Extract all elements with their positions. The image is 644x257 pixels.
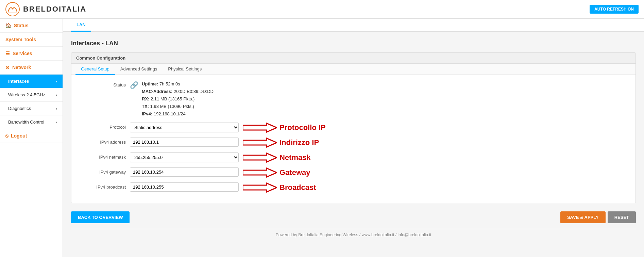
card-header: Common Configuration (71, 53, 635, 64)
mac-value: 20:0D:B0:89:DD:DD (174, 89, 214, 94)
gateway-label: IPv4 gateway (78, 167, 126, 175)
sidebar-label-interfaces: Interfaces (8, 79, 29, 84)
form-row-gateway: IPv4 gateway Gateway (78, 167, 629, 178)
status-label: Status (78, 80, 126, 87)
broadcast-label: IPv4 broadcast (78, 182, 126, 190)
sidebar-item-bandwidth[interactable]: Bandwidth Control › (0, 115, 63, 129)
sidebar-label-services: Services (13, 51, 32, 56)
ipv4-address-value-wrap (130, 138, 239, 147)
sidebar-item-logout[interactable]: ⎋ Logout (0, 129, 63, 143)
sidebar-item-network[interactable]: ⊙ Network (0, 61, 63, 75)
annotation-gateway-label: Gateway (279, 168, 310, 177)
menu-icon: ☰ (5, 51, 10, 56)
ipv4-label: IPv4: (142, 111, 154, 116)
tab-bar: LAN (63, 19, 644, 32)
sidebar: 🏠 Status System Tools ☰ Services ⊙ Netwo… (0, 19, 63, 257)
annotation-broadcast: Broadcast (243, 182, 316, 193)
annotation-ipv4: Indirizzo IP (243, 138, 319, 148)
sidebar-label-diagnostics: Diagnostics (8, 106, 31, 111)
protocol-select[interactable]: Static address (130, 123, 239, 132)
arrow-ipv4-icon (243, 138, 277, 148)
uptime-label: Uptime: (142, 81, 159, 86)
tab-physical-settings[interactable]: Physical Settings (163, 64, 207, 75)
form-area: Status 🔗 Uptime: 7h 52m 0s MAC-Address: … (71, 75, 635, 203)
status-block: 🔗 Uptime: 7h 52m 0s MAC-Address: 20:0D:B… (130, 80, 239, 118)
link-icon: 🔗 (130, 81, 138, 89)
auto-refresh-button[interactable]: AUTO REFRESH ON (590, 5, 639, 14)
sidebar-label-wireless: Wireless 2.4-5GHz (8, 92, 45, 97)
netmask-select[interactable]: 255.255.255.0 (130, 152, 239, 162)
section-title: Interfaces - LAN (71, 37, 636, 47)
svg-marker-3 (243, 138, 277, 147)
chevron-right-icon-3: › (56, 107, 57, 111)
tx-value: 1.98 MB (13096 Pkts.) (150, 104, 194, 109)
network-icon: ⊙ (5, 65, 10, 70)
annotation-netmask-label: Netmask (279, 153, 311, 162)
tab-advanced-settings[interactable]: Advanced Settings (115, 64, 163, 75)
annotation-ipv4-label: Indirizzo IP (279, 138, 319, 147)
uptime-value: 7h 52m 0s (159, 81, 180, 86)
main-layout: 🏠 Status System Tools ☰ Services ⊙ Netwo… (0, 19, 644, 257)
tab-lan[interactable]: LAN (71, 19, 91, 32)
ipv4-address-input[interactable] (130, 138, 239, 147)
arrow-netmask-icon (243, 152, 277, 163)
logout-icon: ⎋ (5, 133, 8, 139)
chevron-right-icon: › (56, 79, 57, 83)
action-buttons: SAVE & APPLY RESET (560, 211, 636, 223)
arrow-protocol-icon (243, 123, 277, 133)
sidebar-item-status[interactable]: 🏠 Status (0, 19, 63, 33)
svg-marker-2 (243, 123, 277, 132)
svg-marker-4 (243, 153, 277, 162)
ipv4-address-label: IPv4 address (78, 138, 126, 145)
protocol-value-wrap: Static address (130, 123, 239, 132)
netmask-value-wrap: 255.255.255.0 (130, 152, 239, 162)
card-body: General Setup Advanced Settings Physical… (71, 64, 635, 203)
annotation-protocol-label: Protocollo IP (279, 123, 326, 132)
annotation-protocol: Protocollo IP (243, 123, 326, 133)
logo-text: BRELDOITALIA (23, 5, 86, 14)
logo-area: BRELDOITALIA (5, 2, 86, 16)
sidebar-item-diagnostics[interactable]: Diagnostics › (0, 102, 63, 115)
main-content: LAN Interfaces - LAN Common Configuratio… (63, 19, 644, 257)
sidebar-item-wireless[interactable]: Wireless 2.4-5GHz › (0, 88, 63, 102)
header: BRELDOITALIA AUTO REFRESH ON (0, 0, 644, 19)
rx-label: RX: (142, 96, 151, 101)
ipv4-value: 192.168.10.1/24 (154, 111, 186, 116)
home-icon: 🏠 (5, 23, 11, 28)
status-value: 🔗 Uptime: 7h 52m 0s MAC-Address: 20:0D:B… (130, 80, 239, 118)
config-card: Common Configuration General Setup Advan… (71, 52, 636, 203)
ipv4-broadcast-input[interactable] (130, 182, 239, 192)
svg-marker-5 (243, 168, 277, 177)
annotation-netmask: Netmask (243, 152, 311, 163)
arrow-broadcast-icon (243, 182, 277, 193)
protocol-label: Protocol (78, 123, 126, 130)
sidebar-item-services[interactable]: ☰ Services (0, 47, 63, 61)
chevron-right-icon-2: › (56, 93, 57, 97)
sidebar-label-bandwidth: Bandwidth Control (8, 119, 44, 125)
tx-label: TX: (142, 104, 150, 109)
rx-value: 2.11 MB (13165 Pkts.) (151, 96, 194, 101)
form-row-netmask: IPv4 netmask 255.255.255.0 (78, 152, 629, 163)
back-to-overview-button[interactable]: BACK TO OVERVIEW (71, 211, 130, 223)
form-row-status: Status 🔗 Uptime: 7h 52m 0s MAC-Address: … (78, 80, 629, 118)
chevron-right-icon-4: › (56, 120, 57, 124)
annotation-broadcast-label: Broadcast (279, 183, 316, 192)
mac-label: MAC-Address: (142, 89, 174, 94)
sub-tab-bar: General Setup Advanced Settings Physical… (71, 64, 635, 75)
annotation-gateway: Gateway (243, 167, 310, 178)
logo-icon (5, 2, 20, 16)
save-apply-button[interactable]: SAVE & APPLY (560, 211, 606, 223)
page-footer: Powered by Breldoltalia Engineering Wire… (71, 229, 636, 241)
svg-marker-6 (243, 183, 277, 192)
form-row-broadcast: IPv4 broadcast Broadcast (78, 182, 629, 193)
reset-button[interactable]: RESET (608, 211, 636, 223)
footer-bar: BACK TO OVERVIEW SAVE & APPLY RESET (71, 211, 636, 226)
sidebar-item-system-tools[interactable]: System Tools (0, 33, 63, 47)
sidebar-item-interfaces[interactable]: Interfaces › (0, 75, 63, 88)
sidebar-label-logout: Logout (11, 133, 27, 139)
tab-general-setup[interactable]: General Setup (75, 64, 115, 75)
status-text: Uptime: 7h 52m 0s MAC-Address: 20:0D:B0:… (142, 80, 214, 118)
form-row-protocol: Protocol Static address (78, 123, 629, 133)
broadcast-value-wrap (130, 182, 239, 192)
ipv4-gateway-input[interactable] (130, 167, 239, 177)
